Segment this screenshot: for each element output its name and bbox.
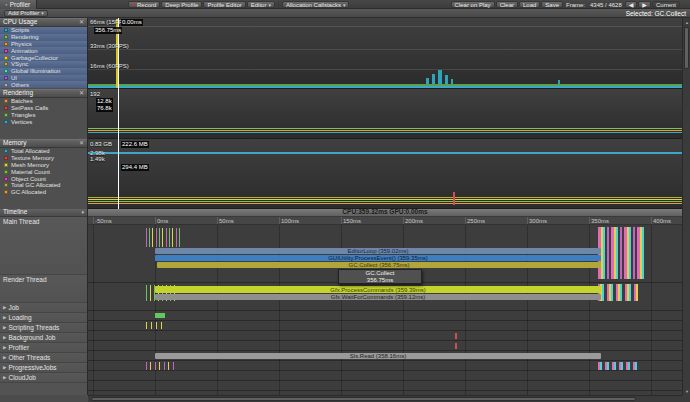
memory-header[interactable]: Memory ✕ — [0, 139, 87, 148]
legend-item-gc-allocated[interactable]: GC Allocated — [0, 189, 87, 196]
legend-label: SetPass Calls — [11, 105, 48, 111]
timeline-bar-gfx-waitforcommands[interactable]: Gfx.WaitForCommands (359.12ms) — [155, 294, 601, 300]
timeline-bar-editorloop[interactable]: EditorLoop (359.02ms) — [155, 248, 601, 254]
legend-item-rendering[interactable]: Rendering — [0, 34, 87, 41]
thread-row-profiler[interactable]: ▶Profiler — [0, 343, 87, 353]
legend-item-batches[interactable]: Batches — [0, 98, 87, 105]
expand-arrow-icon[interactable]: ▶ — [3, 305, 6, 312]
legend-color-chip — [4, 28, 8, 32]
clear-on-play-button[interactable]: Clear on Play — [451, 1, 495, 8]
cpu-legend: ScriptsRenderingPhysicsAnimationGarbageC… — [0, 27, 87, 88]
legend-color-chip — [4, 177, 8, 181]
legend-label: Texture Memory — [11, 155, 54, 161]
expand-arrow-icon[interactable]: ▶ — [3, 355, 6, 362]
timeline-bar-gui-processevent[interactable]: GUIUtility.ProcessEvent() (359.35ms) — [155, 255, 601, 261]
thread-row-progressivejobs[interactable]: ▶ProgressiveJobs — [0, 363, 87, 373]
vertical-scrollbar[interactable]: ▲ ▼ — [682, 18, 690, 395]
timeline-bar-gc-collect[interactable]: GC.Collect (356.75ms) — [157, 262, 601, 268]
legend-item-object-count[interactable]: Object Count — [0, 175, 87, 182]
add-profiler-dropdown[interactable]: Add Profiler ▾ — [4, 10, 48, 17]
legend-color-chip — [4, 42, 8, 46]
legend-item-triangles[interactable]: Triangles — [0, 112, 87, 119]
close-icon[interactable]: ✕ — [79, 19, 84, 26]
toolbar-center: Record Deep Profile Profile Editor Edito… — [128, 1, 349, 8]
ruler-label: 100ms — [281, 218, 299, 224]
cpu-usage-header[interactable]: CPU Usage ✕ — [0, 18, 87, 27]
selected-frame-line[interactable] — [118, 18, 119, 209]
sample-ticks-cluster — [146, 362, 176, 370]
close-icon[interactable]: ✕ — [79, 140, 84, 147]
legend-item-animation[interactable]: Animation — [0, 47, 87, 54]
scroll-up-icon[interactable]: ▲ — [683, 18, 690, 26]
memory-chart[interactable]: 0.83 GB2.98k1.49k222.6 MB294.4 MB — [88, 139, 682, 209]
legend-item-vsync[interactable]: VSync — [0, 61, 87, 68]
expand-arrow-icon[interactable]: ▶ — [3, 375, 6, 382]
legend-item-material-count[interactable]: Material Count — [0, 168, 87, 175]
expand-arrow-icon[interactable]: ▶ — [3, 325, 6, 332]
legend-item-scripts[interactable]: Scripts — [0, 27, 87, 34]
expand-arrow-icon[interactable]: ▶ — [3, 315, 6, 322]
profiler-modules-panel: CPU Usage ✕ ScriptsRenderingPhysicsAnima… — [0, 18, 88, 209]
horizontal-scrollbar[interactable] — [88, 395, 682, 402]
editor-dropdown[interactable]: Editor ▾ — [247, 1, 275, 8]
expand-arrow-icon[interactable]: ▶ — [3, 335, 6, 342]
thread-row-loading[interactable]: ▶Loading — [0, 313, 87, 323]
expand-arrow-icon[interactable]: ▶ — [3, 345, 6, 352]
legend-item-physics[interactable]: Physics — [0, 41, 87, 48]
expand-arrow-icon[interactable]: ▶ — [3, 365, 6, 372]
selected-frame-value: 356.75ms — [94, 27, 122, 34]
thread-row-render-thread[interactable]: Render Thread — [0, 275, 87, 303]
deep-profile-button[interactable]: Deep Profile — [161, 1, 202, 8]
row-separator — [88, 370, 682, 371]
timeline-body[interactable]: EditorLoop (359.02ms) GUIUtility.Process… — [88, 225, 682, 395]
legend-item-total-gc-allocated[interactable]: Total GC Allocated — [0, 182, 87, 189]
legend-item-setpass-calls[interactable]: SetPass Calls — [0, 105, 87, 112]
load-button[interactable]: Load — [519, 1, 540, 8]
close-icon[interactable]: ✕ — [79, 90, 84, 97]
tab-profiler[interactable]: ◔ Profiler — [0, 0, 37, 9]
rendering-line — [88, 130, 682, 131]
save-button[interactable]: Save — [541, 1, 563, 8]
thread-row-background-job[interactable]: ▶Background Job — [0, 333, 87, 343]
profile-editor-button[interactable]: Profile Editor — [203, 1, 245, 8]
gc-collect-tooltip: GC.Collect 356.75ms — [338, 269, 422, 284]
timeline-pane-dropdown[interactable]: Timeline ▾ — [0, 209, 87, 217]
legend-item-vertices[interactable]: Vertices — [0, 118, 87, 125]
thread-row-job[interactable]: ▶Job — [0, 303, 87, 313]
horizontal-scrollbar-thumb[interactable] — [91, 397, 636, 401]
clear-button[interactable]: Clear — [496, 1, 518, 8]
legend-item-mesh-memory[interactable]: Mesh Memory — [0, 162, 87, 169]
time-ruler[interactable]: -50ms0ms50ms100ms150ms200ms250ms300ms350… — [88, 217, 682, 225]
selected-frame-value: 76.8k — [96, 105, 113, 112]
current-frame-button[interactable]: Current — [652, 1, 680, 8]
legend-item-global-illumination[interactable]: Global Illumination — [0, 68, 87, 75]
scroll-down-icon[interactable]: ▼ — [683, 387, 690, 395]
legend-label: Material Count — [11, 169, 50, 175]
rendering-chart[interactable]: 19212.8k76.8k — [88, 89, 682, 139]
sample-ticks-cluster — [146, 228, 180, 247]
legend-label: Object Count — [11, 176, 46, 182]
timeline-bar-profiler-read[interactable]: Sls.Read (358.16ms) — [155, 353, 601, 359]
rendering-header[interactable]: Rendering ✕ — [0, 89, 87, 98]
thread-row-main-thread[interactable]: Main Thread — [0, 217, 87, 275]
legend-item-texture-memory[interactable]: Texture Memory — [0, 155, 87, 162]
thread-row-other-threads[interactable]: ▶Other Threads — [0, 353, 87, 363]
cpu-spike — [558, 80, 560, 84]
row-separator — [88, 310, 682, 311]
legend-item-total-allocated[interactable]: Total Allocated — [0, 148, 87, 155]
cpu-usage-chart[interactable]: 66ms (15FPS)33ms (30FPS)16ms (60FPS)0.00… — [88, 18, 682, 89]
legend-item-ui[interactable]: UI — [0, 75, 87, 82]
thread-row-cloudjob[interactable]: ▶CloudJob — [0, 373, 87, 383]
legend-item-others[interactable]: Others — [0, 81, 87, 88]
next-frame-button[interactable]: ▶ — [638, 1, 651, 8]
timeline-bar-gfx-processcommands[interactable]: Gfx.ProcessCommands (359.39ms) — [155, 286, 601, 293]
allocation-callstacks-dropdown[interactable]: Allocation Callstacks ▾ — [282, 1, 350, 8]
legend-item-garbagecollector[interactable]: GarbageCollector — [0, 54, 87, 61]
vertical-scrollbar-thumb[interactable] — [684, 27, 689, 69]
legend-label: Vertices — [11, 119, 32, 125]
prev-frame-button[interactable]: ◀ — [625, 1, 638, 8]
charts-area[interactable]: 66ms (15FPS)33ms (30FPS)16ms (60FPS)0.00… — [88, 18, 682, 209]
tooltip-title: GC.Collect — [365, 270, 394, 277]
record-button[interactable]: Record — [128, 1, 160, 8]
thread-row-scripting-threads[interactable]: ▶Scripting Threads — [0, 323, 87, 333]
